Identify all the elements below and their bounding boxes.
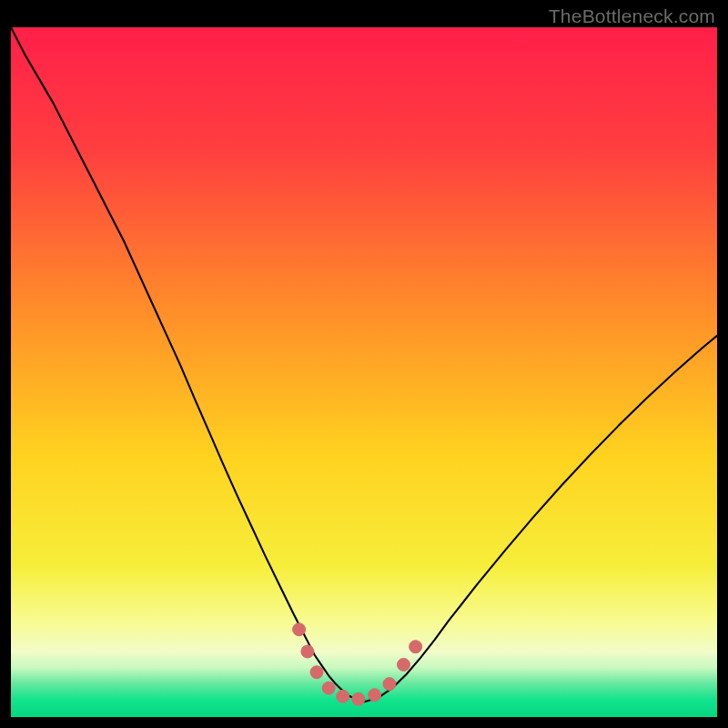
highlight-marker [293, 623, 306, 636]
highlight-marker [383, 678, 396, 691]
chart-frame [11, 27, 717, 717]
watermark-text: TheBottleneck.com [549, 5, 715, 27]
highlight-marker [352, 693, 365, 705]
highlight-marker [322, 682, 335, 694]
highlight-marker [369, 689, 381, 702]
bottleneck-chart [11, 27, 717, 717]
highlight-marker [397, 658, 410, 671]
highlight-marker [337, 690, 349, 703]
chart-background [11, 27, 717, 717]
highlight-marker [301, 645, 314, 658]
highlight-marker [410, 641, 422, 653]
highlight-marker [310, 666, 323, 679]
